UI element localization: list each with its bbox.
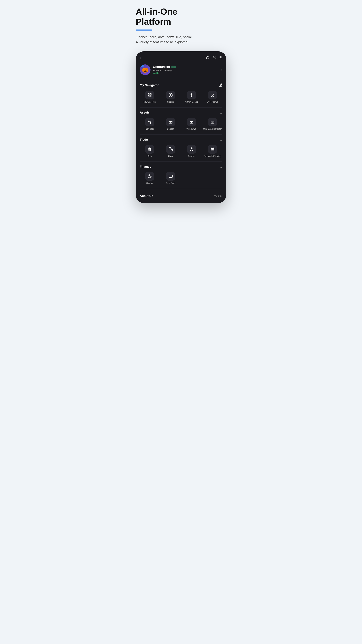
assets-header: Assets ▲ [140,111,222,114]
profile-name-row: Cestuntest v5 [153,65,176,69]
referrals-icon [208,91,217,100]
p2p-label: P2P Trade [145,128,154,130]
rewards-hub-label: Rewards Hub [143,101,156,104]
page-headline: All-in-One Platform [136,7,226,27]
grid-item-otc[interactable]: OTC OTC Bank Transefer [203,118,222,130]
deposit-icon [166,118,175,126]
svg-rect-22 [211,148,214,150]
profile-section[interactable]: NFT 🎃 Cestuntest v5 Profile and Settings… [140,64,222,75]
copy-icon [166,145,175,154]
startup-icon [166,91,175,100]
svg-point-8 [211,96,214,97]
back-button[interactable]: ‹ [140,56,141,60]
divider-1 [140,80,222,80]
grid-item-bots[interactable]: Bots [140,145,159,158]
my-navigator-grid: Rewards Hub Startup [140,91,222,104]
grid-item-activity-center[interactable]: Activity Center [182,91,201,104]
divider-3 [140,134,222,135]
profile-info: Cestuntest v5 Profile and Settings Verif… [153,65,176,74]
finance-grid: Startup Gate Card [140,172,222,185]
grid-item-finance-startup[interactable]: Startup [140,172,159,185]
nft-badge: NFT [140,65,144,66]
top-nav: ‹ [140,56,222,60]
about-us-label: About Us [140,194,153,198]
bots-label: Bots [147,155,151,158]
svg-rect-2 [148,94,149,95]
grid-item-deposit[interactable]: Deposit [161,118,180,130]
startup-nav-label: Startup [167,101,174,104]
divider-2 [140,107,222,108]
my-navigator-header: My Navigator [140,83,222,88]
about-us-row[interactable]: About Us v6.0.0 › [140,192,222,198]
grid-item-copy[interactable]: Copy [161,145,180,158]
profile-level-badge: v5 [171,66,175,68]
svg-point-1 [220,56,221,58]
trade-title: Trade [140,138,148,142]
rewards-hub-icon [145,91,154,100]
phone-frame: ‹ [136,51,226,203]
finance-title: Finance [140,165,151,168]
grid-item-premarket[interactable]: Pre-Market Trading [203,145,222,158]
avatar: NFT 🎃 [140,64,150,75]
finance-collapse-icon[interactable]: ▲ [220,166,222,168]
page-wrapper: All-in-One Platform Finance, earn, data,… [136,7,226,203]
assets-collapse-icon[interactable]: ▲ [220,111,222,114]
otc-icon: OTC [208,118,217,126]
trade-collapse-icon[interactable]: ▲ [220,138,222,141]
assets-title: Assets [140,111,150,114]
svg-text:OTC: OTC [212,122,214,123]
svg-point-19 [149,148,150,148]
withdrawal-label: Withdrawal [187,128,196,130]
divider-4 [140,162,222,162]
finance-header: Finance ▲ [140,165,222,168]
convert-icon [187,145,196,154]
trade-header: Trade ▲ [140,138,222,142]
svg-rect-3 [150,94,151,95]
grid-item-gate-card[interactable]: Gate Card [161,172,180,185]
profile-verified-badge: Verified [153,72,176,74]
trade-grid: Bots Copy [140,145,222,158]
activity-center-label: Activity Center [185,101,198,104]
activity-center-icon [187,91,196,100]
referrals-label: My Referrals [207,101,218,104]
svg-rect-4 [148,96,149,97]
accent-bar [136,30,152,30]
profile-arrow-icon[interactable]: › [221,68,222,72]
bots-icon [145,145,154,154]
my-navigator-title: My Navigator [140,84,159,87]
grid-item-convert[interactable]: Convert [182,145,201,158]
edit-icon[interactable] [219,83,222,88]
withdrawal-icon [187,118,196,126]
premarket-icon [208,145,217,154]
grid-item-startup[interactable]: Startup [161,91,180,104]
user-icon[interactable] [219,56,222,60]
svg-point-9 [212,94,213,95]
premarket-label: Pre-Market Trading [204,155,221,158]
svg-point-17 [149,149,149,150]
scan-icon[interactable] [213,56,216,60]
profile-username: Cestuntest [153,65,170,69]
grid-item-p2p[interactable]: P2P Trade [140,118,159,130]
svg-point-21 [190,148,193,151]
deposit-label: Deposit [167,128,174,130]
svg-point-18 [150,149,150,150]
page-subtitle: Finance, earn, data, news, live, social.… [136,34,226,44]
assets-grid: P2P Trade Deposit [140,118,222,130]
convert-label: Convert [188,155,195,158]
gate-card-icon [166,172,175,180]
avatar-emoji: 🎃 [142,66,148,73]
grid-item-rewards-hub[interactable]: Rewards Hub [140,91,159,104]
top-nav-icons [206,56,222,60]
about-version: v6.0.0 › [214,194,222,197]
otc-label: OTC Bank Transefer [203,128,222,130]
grid-item-withdrawal[interactable]: Withdrawal [182,118,201,130]
copy-label: Copy [168,155,173,158]
finance-startup-label: Startup [146,182,153,185]
grid-item-referrals[interactable]: My Referrals [203,91,222,104]
profile-subtitle: Profile and Settings [153,69,176,72]
gate-card-label: Gate Card [166,182,175,185]
phone-inner: ‹ [136,51,226,203]
headphone-icon[interactable] [206,56,210,60]
svg-point-24 [149,176,150,177]
p2p-icon [145,118,154,126]
